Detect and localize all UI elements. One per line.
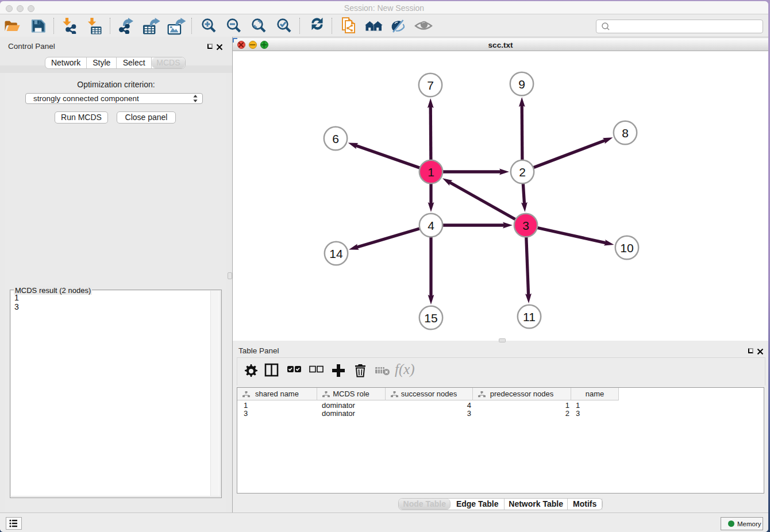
- svg-text:10: 10: [620, 241, 633, 255]
- svg-text:4: 4: [428, 219, 434, 232]
- svg-text:3: 3: [522, 219, 529, 232]
- svg-text:7: 7: [427, 79, 434, 92]
- svg-text:9: 9: [518, 78, 525, 91]
- svg-text:14: 14: [329, 247, 343, 260]
- svg-text:15: 15: [424, 311, 437, 325]
- svg-text:8: 8: [622, 126, 629, 140]
- svg-text:1: 1: [428, 165, 434, 179]
- svg-text:6: 6: [332, 132, 339, 145]
- svg-text:11: 11: [523, 310, 536, 323]
- svg-text:2: 2: [519, 165, 526, 179]
